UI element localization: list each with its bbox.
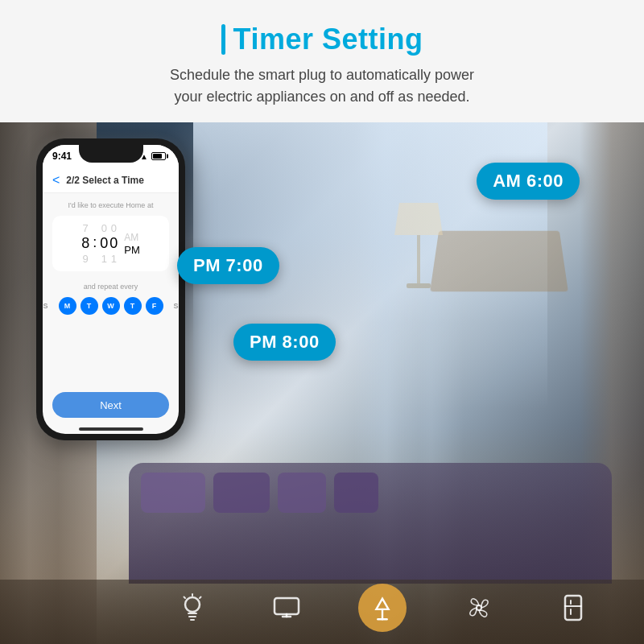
day-wednesday[interactable]: W	[102, 297, 120, 315]
battery-fill	[153, 154, 162, 159]
svg-rect-4	[275, 598, 299, 614]
repeat-label: and repeat every	[84, 283, 138, 291]
cushion-2	[213, 473, 270, 513]
lightbulb-icon	[170, 586, 214, 630]
title-bar-decoration	[221, 24, 225, 55]
tv-svg	[270, 592, 303, 624]
phone-home-indicator	[79, 427, 143, 431]
lamp-shade	[394, 203, 443, 235]
pm-option: PM	[124, 244, 140, 256]
header-section: Timer Setting Schedule the smart plug to…	[0, 0, 644, 122]
lightbulb-svg	[176, 592, 208, 624]
title-row: Timer Setting	[32, 23, 612, 56]
lamp-pole	[417, 235, 420, 283]
cushion-3	[278, 473, 326, 513]
hour-selected: 8	[81, 235, 89, 252]
fan-item	[456, 586, 501, 630]
nav-title: 2/2 Select a Time	[66, 175, 144, 186]
am-option: AM	[124, 232, 140, 243]
sofa	[129, 463, 612, 584]
status-time: 9:41	[52, 151, 72, 162]
phone-content: I'd like to execute Home at 7 8 9 :	[43, 193, 179, 434]
time-colon: :	[93, 234, 97, 253]
fan-icon	[456, 586, 501, 630]
hour-prev: 7	[83, 222, 89, 234]
cushion-4	[334, 473, 378, 513]
day-monday[interactable]: M	[59, 297, 76, 315]
svg-line-2	[200, 597, 201, 599]
hour-next: 9	[83, 253, 89, 265]
min-tens-column: 0 0 1	[100, 222, 108, 265]
ampm-column: AM PM	[124, 232, 140, 256]
cushion-1	[141, 473, 205, 513]
dining-table	[430, 231, 568, 292]
appliance-icons-bar	[145, 584, 620, 632]
page-container: Timer Setting Schedule the smart plug to…	[0, 0, 644, 644]
day-thursday[interactable]: T	[124, 297, 142, 315]
phone-inner: 9:41 ▲	[43, 145, 179, 434]
min-units-next: 1	[111, 253, 117, 265]
phone-mockup: 9:41 ▲	[36, 138, 185, 440]
execute-label: I'd like to execute Home at	[68, 201, 154, 209]
day-tuesday[interactable]: T	[80, 297, 98, 315]
fridge-icon	[551, 586, 595, 630]
phone-screen: 9:41 ▲	[43, 145, 179, 434]
lamp-base	[407, 283, 431, 288]
fridge-item	[551, 586, 595, 630]
min-units-prev: 0	[111, 222, 117, 234]
subtitle: Schedule the smart plug to automatically…	[32, 64, 612, 108]
min-tens-prev: 0	[101, 222, 107, 234]
phone-notch	[79, 145, 143, 163]
day-sunday[interactable]: S	[43, 297, 55, 315]
tv-item	[264, 586, 308, 630]
lamp-icon	[358, 584, 407, 632]
room-lamp	[394, 203, 443, 288]
min-units-selected: 0	[109, 235, 118, 252]
next-button[interactable]: Next	[52, 392, 169, 418]
svg-point-0	[185, 597, 200, 612]
fan-svg	[463, 592, 495, 624]
main-content: 9:41 ▲	[0, 122, 644, 644]
badge-pm700: PM 7:00	[177, 247, 279, 284]
min-tens-next: 1	[101, 253, 107, 265]
lamp-svg	[367, 592, 398, 623]
badge-am600: AM 6:00	[477, 163, 580, 200]
day-friday[interactable]: F	[146, 297, 163, 315]
svg-point-9	[477, 605, 481, 610]
svg-line-3	[184, 597, 185, 599]
min-tens-selected: 0	[100, 235, 108, 252]
time-picker[interactable]: 7 8 9 : 0 0 1	[52, 216, 169, 271]
badge-pm800: PM 8:00	[233, 324, 336, 361]
back-button[interactable]: <	[52, 173, 60, 188]
hour-column: 7 8 9	[81, 222, 89, 265]
battery-icon	[151, 152, 166, 160]
min-units-column: 0 0 1	[109, 222, 118, 265]
day-saturday[interactable]: S	[167, 297, 180, 315]
lamp-item	[358, 584, 407, 632]
lightbulb-item	[170, 586, 214, 630]
svg-rect-10	[565, 596, 581, 620]
page-title: Timer Setting	[233, 23, 423, 56]
day-selector[interactable]: S M T W T F S	[43, 297, 179, 315]
fridge-svg	[557, 592, 589, 624]
tv-icon	[264, 586, 308, 630]
nav-bar: < 2/2 Select a Time	[43, 167, 179, 193]
